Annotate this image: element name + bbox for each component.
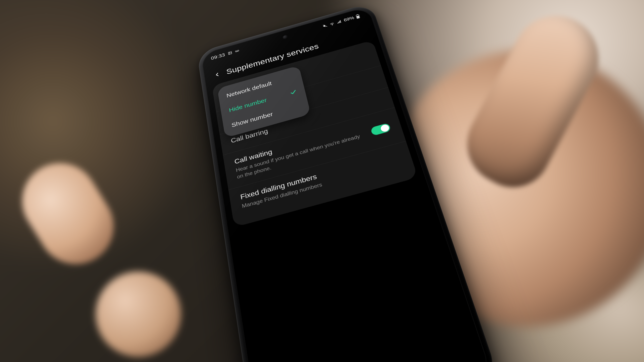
status-battery-percent: 69% — [343, 15, 355, 23]
signal-icon — [336, 19, 342, 24]
svg-rect-7 — [338, 22, 339, 23]
gallery-icon — [228, 51, 232, 55]
svg-rect-12 — [357, 16, 359, 18]
svg-line-4 — [323, 24, 327, 27]
check-icon — [289, 89, 297, 96]
svg-point-1 — [229, 52, 230, 53]
chevron-left-icon — [213, 71, 221, 78]
voicemail-icon — [235, 49, 239, 53]
mute-icon — [322, 23, 328, 28]
svg-point-5 — [332, 25, 333, 25]
wifi-icon — [329, 21, 335, 26]
svg-rect-9 — [340, 20, 341, 23]
svg-rect-8 — [339, 21, 340, 23]
svg-rect-6 — [337, 23, 338, 24]
back-button[interactable] — [212, 70, 222, 80]
battery-icon — [355, 14, 360, 19]
status-clock: 09:33 — [211, 52, 225, 61]
